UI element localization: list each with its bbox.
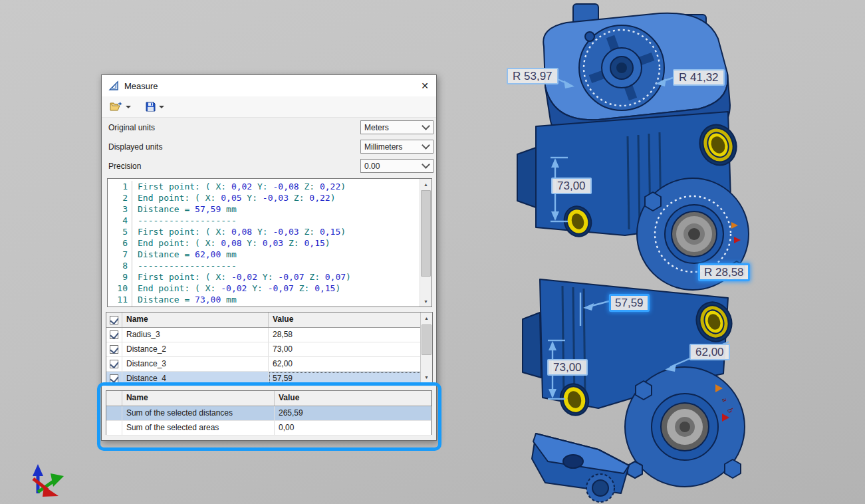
measurement-value: 57,59	[269, 372, 422, 386]
line-text: Distance = 57,59 mm	[132, 203, 237, 215]
dialog-title: Measure	[124, 81, 158, 91]
scroll-thumb[interactable]	[421, 190, 431, 277]
chevron-down-icon	[422, 122, 430, 130]
line-text: End point: ( X: -0,02 Y: -0,07 Z: 0,15)	[132, 283, 340, 294]
sum-value: 265,59	[275, 406, 432, 420]
measurement-value: 73,00	[269, 342, 422, 356]
line-number: 6	[108, 237, 132, 249]
chevron-down-icon	[422, 141, 430, 150]
dialog-toolbar	[102, 96, 436, 117]
scroll-thumb[interactable]	[422, 324, 432, 355]
line-number: 2	[108, 192, 132, 203]
scroll-up-icon[interactable]: ▲	[420, 179, 432, 189]
folder-open-icon	[110, 102, 122, 112]
sums-table: Name Value Sum of the selected distances…	[106, 390, 432, 435]
row-checkbox[interactable]	[110, 330, 118, 339]
table-row[interactable]: Distance_4 57,59	[106, 372, 432, 386]
row-checkbox[interactable]	[110, 345, 118, 354]
scroll-down-icon[interactable]: ▼	[420, 296, 432, 307]
row-checkbox[interactable]	[110, 360, 118, 368]
line-text: End point: ( X: 0,08 Y: 0,03 Z: 0,15)	[132, 237, 330, 249]
open-button[interactable]	[107, 100, 134, 114]
callout-label: 57,59	[615, 297, 644, 309]
measurement-name: Radius_3	[122, 328, 269, 342]
save-button[interactable]	[143, 100, 167, 114]
measurements-table: Name Value Radius_3 28,58 Distance_2 73,…	[106, 312, 433, 383]
value-column-header: Value	[275, 391, 432, 406]
callout-label: R 53,97	[513, 70, 553, 82]
log-line: 7 Distance = 62,00 mm	[108, 249, 420, 260]
name-column-header: Name	[122, 313, 269, 327]
line-number: 3	[108, 203, 132, 215]
log-line: 1 First point: ( X: 0,02 Y: -0,08 Z: 0,2…	[108, 181, 420, 192]
line-text: -------------------	[132, 260, 237, 271]
line-text: -------------------	[132, 215, 237, 226]
dimension-callout[interactable]: 73,00	[551, 178, 592, 194]
line-text: First point: ( X: 0,08 Y: -0,03 Z: 0,15)	[132, 226, 346, 237]
log-line: 4 -------------------	[108, 215, 420, 226]
precision-select[interactable]: 0.00	[360, 159, 433, 173]
line-text: Distance = 73,00 mm	[132, 294, 237, 305]
table-row[interactable]: Sum of the selected areas 0,00	[106, 421, 432, 436]
log-line: 8 -------------------	[108, 260, 420, 271]
name-column-header: Name	[122, 391, 275, 406]
log-line: 2 End point: ( X: 0,05 Y: -0,03 Z: 0,22)	[108, 192, 420, 203]
log-line: 5 First point: ( X: 0,08 Y: -0,03 Z: 0,1…	[108, 226, 420, 237]
line-number: 9	[108, 271, 132, 283]
line-text: Distance = 62,00 mm	[132, 249, 237, 260]
dimension-callout[interactable]: R 41,32	[673, 69, 725, 86]
line-number: 4	[108, 215, 132, 226]
measurement-name: Distance_2	[122, 342, 269, 356]
line-number: 11	[108, 294, 132, 305]
line-number: 7	[108, 249, 132, 260]
line-text	[132, 305, 138, 307]
displayed-units-select[interactable]: Millimeters	[360, 140, 433, 154]
callout-label: R 28,58	[704, 266, 744, 279]
log-line: 3 Distance = 57,59 mm	[108, 203, 420, 215]
table-row[interactable]: Sum of the selected distances 265,59	[106, 406, 432, 421]
measurement-value: 28,58	[269, 328, 422, 342]
dimension-callout[interactable]: 62,00	[689, 344, 730, 360]
measurement-value: 62,00	[269, 357, 422, 371]
dropdown-caret-icon	[159, 106, 164, 108]
dimension-callout[interactable]: 57,59	[609, 294, 650, 312]
log-line: 6 End point: ( X: 0,08 Y: 0,03 Z: 0,15)	[108, 237, 420, 249]
sum-name: Sum of the selected distances	[122, 406, 275, 420]
measure-dialog: Measure ✕ Original units Meters	[101, 74, 437, 441]
dialog-titlebar[interactable]: Measure ✕	[102, 75, 436, 96]
table-rows: Radius_3 28,58 Distance_2 73,00 Distance…	[106, 328, 432, 386]
table-row[interactable]: Radius_3 28,58	[106, 328, 432, 342]
measurement-name: Distance_3	[122, 357, 269, 371]
scroll-down-icon[interactable]: ▼	[421, 372, 432, 382]
close-icon[interactable]: ✕	[414, 75, 436, 96]
log-scrollbar[interactable]: ▲ ▼	[420, 179, 432, 307]
log-line: 12	[108, 305, 420, 307]
table-scrollbar[interactable]: ▲ ▼	[420, 313, 432, 382]
log-line: 9 First point: ( X: -0,02 Y: -0,07 Z: 0,…	[108, 271, 420, 283]
callout-label: R 41,32	[679, 71, 719, 84]
line-text: First point: ( X: -0,02 Y: -0,07 Z: 0,07…	[132, 271, 351, 283]
dimension-callout[interactable]: 73,00	[547, 359, 588, 376]
measurement-name: Distance_4	[122, 372, 269, 386]
original-units-label: Original units	[108, 123, 155, 132]
sum-value: 0,00	[275, 421, 432, 435]
row-checkbox[interactable]	[110, 374, 118, 383]
table-header: Name Value	[106, 313, 432, 328]
table-row[interactable]: Distance_3 62,00	[106, 357, 432, 372]
table-row[interactable]: Distance_2 73,00	[106, 342, 432, 357]
select-all-checkbox[interactable]	[110, 316, 118, 324]
measurement-log[interactable]: 1 First point: ( X: 0,02 Y: -0,08 Z: 0,2…	[107, 178, 432, 307]
dimension-callout[interactable]: R 53,97	[507, 68, 558, 84]
original-units-select[interactable]: Meters	[360, 120, 433, 134]
chevron-down-icon	[422, 160, 430, 169]
dropdown-caret-icon	[126, 106, 131, 108]
save-icon	[146, 102, 156, 112]
units-section: Original units Meters Displayed units Mi…	[102, 117, 436, 177]
log-lines: 1 First point: ( X: 0,02 Y: -0,08 Z: 0,2…	[108, 179, 420, 307]
dimension-callout[interactable]: R 28,58	[698, 263, 750, 281]
value-column-header: Value	[269, 313, 422, 327]
scroll-up-icon[interactable]: ▲	[421, 313, 432, 323]
line-number: 8	[108, 260, 132, 271]
line-number: 12	[108, 305, 132, 307]
line-text: End point: ( X: 0,05 Y: -0,03 Z: 0,22)	[132, 192, 335, 203]
